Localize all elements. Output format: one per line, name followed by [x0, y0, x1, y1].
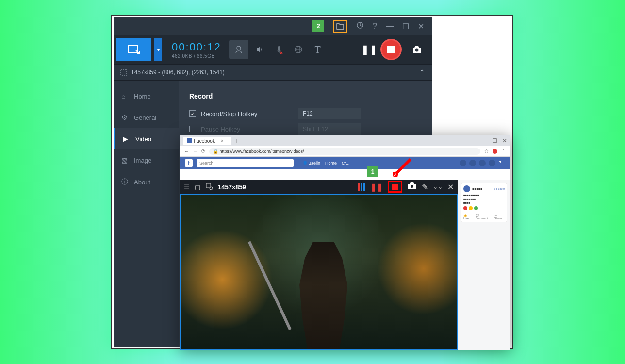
fb-profile-link[interactable]: 👤 Jaejin: [302, 161, 320, 165]
region-select-button[interactable]: [116, 38, 151, 61]
fb-post-card[interactable]: ■■■■■ + Follow ■■■■■■■■■■■■■■■■■■■■ 👍 Li…: [461, 183, 507, 222]
video-preview: [180, 194, 458, 350]
sidebar-item-about[interactable]: ⓘ About: [114, 171, 179, 193]
home-icon: ⌂: [121, 92, 129, 100]
callout-marker-2: 2: [312, 20, 324, 32]
help-icon[interactable]: ?: [373, 22, 377, 31]
chevron-up-icon: ⌃: [419, 68, 425, 76]
star-icon[interactable]: ☆: [484, 149, 489, 154]
browser-tab[interactable]: Facebook ×: [183, 137, 231, 145]
mic-muted-icon[interactable]: [271, 41, 287, 58]
image-icon: ▧: [121, 156, 129, 164]
svg-rect-3: [278, 46, 280, 51]
region-dropdown[interactable]: ▾: [154, 38, 162, 61]
region-info-bar[interactable]: 1457x859 - (806, 682), (2263, 1541) ⌃: [114, 64, 432, 81]
pause-button[interactable]: ❚❚: [361, 41, 378, 58]
camera-icon[interactable]: [407, 182, 417, 192]
region-dimensions: 1457x859 - (806, 682), (2263, 1541): [131, 69, 225, 76]
setting-label: Record/Stop Hotkey: [201, 110, 298, 117]
history-icon[interactable]: [356, 21, 364, 31]
text-tool-icon[interactable]: T: [310, 41, 326, 58]
globe-icon[interactable]: [290, 41, 307, 58]
info-icon: ⓘ: [121, 178, 129, 186]
fb-messages-icon[interactable]: [469, 160, 476, 166]
settings-sidebar: ⌂ Home ⚙ General ▶ Video ▧ Image ⓘ Abo: [114, 81, 179, 347]
setting-record-hotkey: ✓ Record/Stop Hotkey F12: [189, 108, 421, 119]
follow-link[interactable]: + Follow: [493, 187, 505, 190]
share-button[interactable]: ↪ Share: [494, 214, 505, 220]
search-icon[interactable]: [205, 182, 213, 192]
svg-point-9: [210, 187, 213, 190]
gear-icon: ⚙: [121, 114, 129, 121]
sidebar-item-home[interactable]: ⌂ Home: [114, 85, 179, 107]
address-bar: ← → ⟳ 🔒 https://www.facebook.com/itsmeon…: [180, 146, 510, 157]
menu-icon[interactable]: ☰: [184, 183, 190, 191]
checkbox-unchecked[interactable]: [189, 126, 196, 132]
extension-icon[interactable]: [493, 149, 497, 154]
fb-friends-icon[interactable]: [460, 160, 466, 166]
stop-record-button[interactable]: [380, 39, 402, 60]
sidebar-label: Home: [134, 93, 151, 100]
elapsed-time: 00:00:12: [172, 41, 221, 53]
svg-point-2: [237, 46, 241, 50]
new-tab-button[interactable]: +: [234, 137, 238, 145]
fb-help-icon[interactable]: [489, 160, 495, 166]
svg-point-10: [411, 185, 413, 188]
capture-overlay-bar: ☰ ▢ 1457x859 ❚❚ ✎ ⌄⌄ ✕: [180, 180, 458, 194]
post-author: ■■■■■: [472, 187, 482, 191]
file-size: 462.0KB / 66.5GB: [172, 53, 221, 59]
menu-icon[interactable]: ⋮: [501, 149, 506, 154]
tutorial-frame: 2 ? — ☐ ✕ ▾ 00:00:12 462.0KB / 66.5GB: [111, 15, 513, 349]
window-minimize[interactable]: —: [481, 137, 487, 144]
pencil-icon[interactable]: ✎: [422, 182, 428, 192]
pause-icon[interactable]: ❚❚: [370, 182, 383, 192]
fb-create-link[interactable]: Cr...: [342, 161, 350, 165]
facebook-search[interactable]: Search: [197, 159, 294, 167]
post-reactions: [463, 206, 505, 210]
comment-button[interactable]: 💬 Comment: [476, 214, 492, 220]
game-character: [297, 242, 350, 349]
sidebar-item-video[interactable]: ▶ Video: [114, 128, 179, 149]
facebook-logo[interactable]: f: [185, 159, 193, 167]
chevron-down-icon[interactable]: ⌄⌄: [433, 183, 443, 190]
facebook-header: f Search 👤 Jaejin Home Cr... ▼: [180, 157, 510, 169]
open-folder-button[interactable]: [333, 20, 347, 33]
speaker-icon[interactable]: [251, 41, 268, 58]
url-input[interactable]: 🔒 https://www.facebook.com/itsmeonz/vide…: [209, 148, 480, 155]
svg-point-6: [415, 49, 419, 52]
region-icon[interactable]: ▢: [195, 183, 200, 191]
sidebar-item-image[interactable]: ▧ Image: [114, 149, 179, 171]
webcam-toggle[interactable]: [229, 40, 248, 59]
screenshot-button[interactable]: [409, 41, 425, 58]
back-button[interactable]: ←: [184, 149, 189, 154]
facebook-right-sidebar: ■■■■■ + Follow ■■■■■■■■■■■■■■■■■■■■ 👍 Li…: [458, 180, 510, 350]
window-maximize[interactable]: ☐: [492, 137, 497, 144]
hotkey-value[interactable]: Shift+F12: [298, 123, 361, 135]
setting-pause-hotkey: Pause Hotkey Shift+F12: [189, 123, 421, 135]
recorder-toolbar: ▾ 00:00:12 462.0KB / 66.5GB T ❚❚: [114, 35, 432, 64]
post-avatar: [463, 185, 470, 192]
browser-tabbar: Facebook × + — ☐ ✕: [180, 135, 510, 146]
fb-home-link[interactable]: Home: [325, 161, 337, 165]
timer-display: 00:00:12 462.0KB / 66.5GB: [172, 41, 221, 59]
minimize-button[interactable]: —: [386, 22, 394, 31]
reload-button[interactable]: ⟳: [201, 149, 205, 154]
sidebar-label: About: [134, 179, 150, 186]
checkbox-checked[interactable]: ✓: [189, 110, 196, 117]
forward-button[interactable]: →: [193, 149, 197, 154]
hotkey-value[interactable]: F12: [298, 108, 361, 119]
close-button[interactable]: ✕: [418, 22, 424, 31]
sidebar-label: Image: [134, 157, 151, 164]
like-button[interactable]: 👍 Like: [463, 214, 473, 220]
sidebar-label: Video: [135, 135, 151, 143]
sidebar-item-general[interactable]: ⚙ General: [114, 107, 179, 128]
tab-title: Facebook: [194, 138, 215, 144]
tab-close-icon[interactable]: ×: [221, 138, 224, 144]
close-overlay-icon[interactable]: ✕: [447, 182, 454, 192]
window-close[interactable]: ✕: [502, 137, 507, 144]
fb-notifications-icon[interactable]: [479, 160, 486, 166]
fb-dropdown-icon[interactable]: ▼: [498, 160, 505, 166]
maximize-button[interactable]: ☐: [402, 22, 409, 31]
stop-capture-button[interactable]: [388, 181, 402, 193]
audio-level-bars: [358, 183, 365, 191]
